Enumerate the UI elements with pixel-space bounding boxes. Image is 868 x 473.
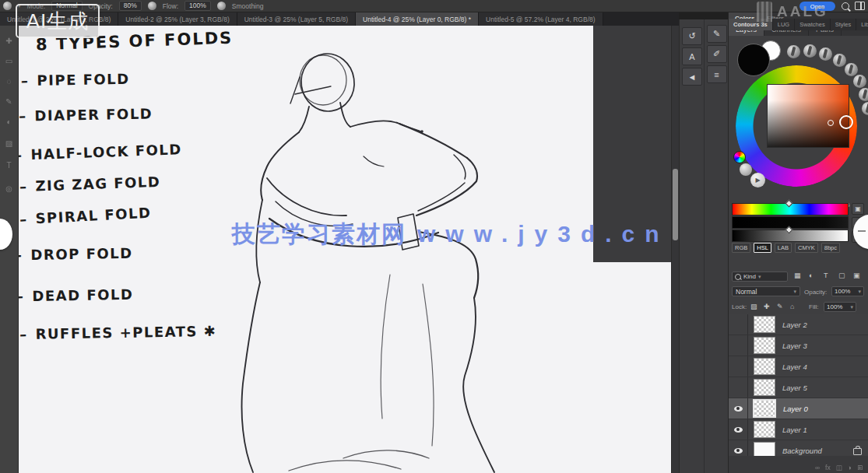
layer-thumbnail[interactable] bbox=[754, 358, 775, 375]
foreground-color-swatch[interactable] bbox=[737, 44, 770, 76]
move-tool-icon[interactable]: ✚ bbox=[0, 37, 18, 45]
opacity-dropdown[interactable]: 80% bbox=[119, 1, 142, 11]
visibility-toggle[interactable] bbox=[729, 335, 748, 356]
layer-thumbnail[interactable] bbox=[754, 337, 775, 354]
scrollbar-thumb[interactable] bbox=[673, 169, 678, 240]
sphere-handle-icon[interactable] bbox=[845, 63, 858, 76]
layer-row[interactable]: Layer 3 bbox=[729, 335, 868, 356]
new-layer-icon[interactable]: ⊞ bbox=[857, 464, 863, 471]
layer-thumbnail[interactable] bbox=[754, 421, 775, 438]
filter-type-icon[interactable]: T bbox=[824, 272, 828, 279]
filter-adjustment-icon[interactable]: ◐ bbox=[809, 272, 813, 279]
brush-preset-icon[interactable] bbox=[3, 2, 12, 10]
lock-artboard-icon[interactable]: ⌂ bbox=[790, 303, 794, 310]
sphere-handle-icon[interactable] bbox=[819, 47, 832, 61]
paragraph-panel-icon[interactable]: ≡ bbox=[707, 65, 727, 83]
eye-icon bbox=[734, 406, 743, 412]
layer-name[interactable]: Layer 0 bbox=[783, 405, 808, 413]
gray-ball-icon[interactable] bbox=[740, 163, 752, 176]
layer-effects-icon[interactable]: fx bbox=[825, 464, 831, 471]
lock-transparent-icon[interactable]: ▨ bbox=[750, 303, 757, 310]
history-panel-icon[interactable]: ↺ bbox=[682, 27, 702, 45]
brushes-panel-icon[interactable]: ✎ bbox=[707, 25, 727, 43]
lock-paint-icon[interactable]: ✎ bbox=[777, 303, 783, 310]
workspace-tab[interactable]: Styles bbox=[831, 19, 856, 30]
text-tool-icon[interactable]: T bbox=[0, 161, 18, 170]
blend-mode-dropdown[interactable]: Normal▾ bbox=[732, 286, 800, 296]
color-mode-chip[interactable]: LAB bbox=[775, 243, 792, 253]
layer-name[interactable]: Layer 1 bbox=[782, 426, 807, 434]
layer-name[interactable]: Background bbox=[782, 447, 822, 455]
flow-dropdown[interactable]: 100% bbox=[184, 1, 211, 11]
layer-search-box[interactable]: Kind ▾ bbox=[732, 272, 788, 282]
tower-logo-icon bbox=[757, 2, 772, 22]
visibility-toggle[interactable] bbox=[729, 398, 748, 419]
sv-selector-icon[interactable] bbox=[828, 120, 834, 126]
layer-row[interactable]: Layer 2 bbox=[729, 314, 868, 335]
filter-pixel-icon[interactable]: ▦ bbox=[794, 272, 801, 279]
sphere-handle-icon[interactable] bbox=[859, 88, 868, 101]
sphere-handle-icon[interactable] bbox=[862, 102, 868, 115]
layer-name[interactable]: Layer 3 bbox=[782, 342, 807, 350]
layer-name[interactable]: Layer 5 bbox=[782, 384, 807, 392]
sphere-handle-icon[interactable] bbox=[787, 45, 800, 58]
document-tab[interactable]: Untitled-4 @ 25% (Layer 0, RGB/8) * bbox=[356, 12, 479, 26]
sphere-handle-icon[interactable] bbox=[833, 54, 846, 67]
lock-position-icon[interactable]: ✚ bbox=[764, 303, 770, 310]
workspace-layout-icon[interactable] bbox=[855, 2, 865, 10]
visibility-toggle[interactable] bbox=[729, 419, 748, 440]
document-tab[interactable]: Untitled-3 @ 25% (Layer 5, RGB/8) bbox=[237, 12, 356, 26]
pressure-opacity-icon[interactable] bbox=[148, 2, 156, 10]
layer-thumbnail[interactable] bbox=[753, 399, 776, 418]
document-tab[interactable]: Untitled-2 @ 25% (Layer 3, RGB/8) bbox=[118, 12, 237, 26]
visibility-toggle[interactable] bbox=[729, 314, 748, 335]
brush-tool-icon[interactable]: ✎ bbox=[0, 97, 18, 106]
properties-panel-icon[interactable]: ◄ bbox=[682, 68, 702, 86]
watermark-url: www.jy3d.cn bbox=[417, 221, 669, 247]
workspace-tab[interactable]: Libraries bbox=[856, 19, 868, 30]
new-fill-layer-icon[interactable]: ◑ bbox=[848, 464, 852, 471]
layer-mask-icon[interactable]: ◫ bbox=[836, 464, 842, 471]
color-mode-chip[interactable]: CMYK bbox=[795, 243, 818, 253]
color-wheel-mode-icon[interactable] bbox=[733, 151, 746, 163]
visibility-toggle[interactable] bbox=[729, 377, 748, 398]
layer-row[interactable]: Layer 0 bbox=[729, 398, 868, 419]
smoothing-label: Smoothing bbox=[232, 2, 264, 10]
fold-list-item: –DEAD FOLD bbox=[16, 286, 134, 305]
sphere-handle-icon[interactable] bbox=[803, 44, 817, 58]
play-ball-icon[interactable]: ▶ bbox=[750, 173, 765, 187]
filter-shape-icon[interactable]: ▢ bbox=[838, 272, 845, 279]
layer-row[interactable]: Layer 5 bbox=[729, 377, 868, 398]
layer-name[interactable]: Layer 4 bbox=[782, 363, 807, 371]
document-tab[interactable]: Untitled-5 @ 57.2% (Layer 4, RGB/8) bbox=[479, 12, 603, 26]
layer-thumbnail[interactable] bbox=[754, 316, 775, 333]
color-mode-chip[interactable]: HSL bbox=[754, 243, 771, 253]
layer-row[interactable]: Layer 4 bbox=[729, 356, 868, 377]
lasso-tool-icon[interactable]: ◌ bbox=[0, 77, 18, 86]
marquee-tool-icon[interactable]: ▭ bbox=[0, 57, 18, 65]
filter-smart-icon[interactable]: ▣ bbox=[853, 272, 860, 279]
layers-opacity-dropdown[interactable]: 100%▾ bbox=[831, 286, 864, 296]
color-mode-chip[interactable]: 8bpc bbox=[821, 243, 840, 253]
layer-thumbnail[interactable] bbox=[754, 379, 775, 396]
airbrush-icon[interactable] bbox=[217, 2, 226, 10]
character-panel-icon[interactable]: A bbox=[682, 47, 702, 65]
sphere-handle-icon[interactable] bbox=[853, 75, 866, 88]
brush-settings-panel-icon[interactable]: ✐ bbox=[707, 45, 727, 63]
clone-tool-icon[interactable]: ◐ bbox=[0, 117, 18, 126]
saturation-value-square[interactable] bbox=[767, 84, 849, 148]
fill-dropdown[interactable]: 100%▾ bbox=[824, 302, 856, 312]
visibility-toggle[interactable] bbox=[729, 356, 748, 377]
layer-row[interactable]: Layer 1 bbox=[729, 419, 868, 440]
zoom-tool-icon[interactable]: ◎ bbox=[0, 184, 18, 193]
color-mode-chip[interactable]: RGB bbox=[732, 243, 750, 253]
search-icon[interactable] bbox=[842, 2, 849, 10]
fold-list-item: –DROP FOLD bbox=[15, 245, 133, 264]
grid-option-icon[interactable]: ▣ bbox=[852, 203, 864, 215]
layer-name[interactable]: Layer 2 bbox=[782, 321, 807, 329]
options-bar: ▾ Mode: Normal Opacity: 80% Flow: 100% S… bbox=[0, 0, 868, 12]
link-layers-icon[interactable]: ∞ bbox=[815, 464, 820, 471]
lock-icon bbox=[853, 448, 862, 455]
hue-selector-icon[interactable] bbox=[839, 115, 853, 129]
eraser-tool-icon[interactable]: ▨ bbox=[0, 139, 18, 148]
